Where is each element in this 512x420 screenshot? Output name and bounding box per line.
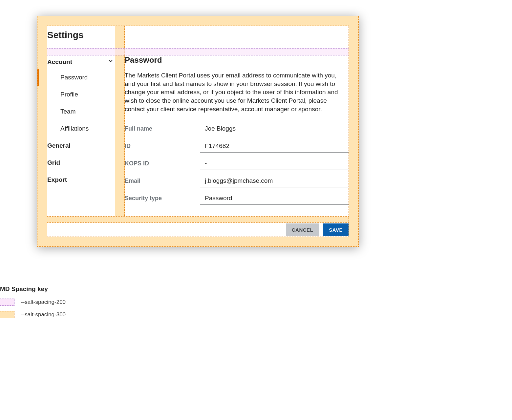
sidebar-item-label: Affiliations xyxy=(60,125,89,132)
content-description: The Markets Client Portal uses your emai… xyxy=(125,71,349,113)
content-heading: Password xyxy=(125,26,349,65)
field-label: Full name xyxy=(125,125,200,132)
sidebar-item-label: Password xyxy=(60,74,88,81)
legend-swatch-orange xyxy=(0,311,14,318)
chevron-down-icon xyxy=(108,58,114,66)
form-row-kops-id: KOPS ID - xyxy=(125,157,349,170)
sidebar-item-label: Grid xyxy=(47,159,60,166)
sidebar-item-label: General xyxy=(47,142,71,149)
save-button[interactable]: SAVE xyxy=(323,223,349,236)
sidebar-nav: Account Password Profile Team Affiliatio… xyxy=(47,55,115,188)
legend-row-200: --salt-spacing-200 xyxy=(0,299,66,306)
legend-label: --salt-spacing-300 xyxy=(21,311,66,318)
page-title: Settings xyxy=(47,26,115,43)
sidebar-item-label: Profile xyxy=(60,91,78,98)
legend-label: --salt-spacing-200 xyxy=(21,299,66,305)
sidebar-group-account[interactable]: Account xyxy=(47,55,115,69)
sidebar-group-label: Account xyxy=(47,58,72,66)
sidebar-item-label: Team xyxy=(60,108,75,115)
dialog-footer: CANCEL SAVE xyxy=(47,222,349,237)
kops-id-field[interactable]: - xyxy=(200,157,349,170)
spacing-300-row xyxy=(47,217,349,222)
spacing-legend: MD Spacing key --salt-spacing-200 --salt… xyxy=(0,285,66,324)
legend-swatch-pink xyxy=(0,299,14,306)
full-name-field[interactable]: Joe Bloggs xyxy=(200,122,349,135)
cancel-button[interactable]: CANCEL xyxy=(286,223,319,236)
form-row-security-type: Security type Password xyxy=(125,192,349,205)
field-label: Email xyxy=(125,178,200,184)
email-field[interactable]: j.bloggs@jpmchase.com xyxy=(200,175,349,187)
form-row-full-name: Full name Joe Bloggs xyxy=(125,122,349,135)
form-row-id: ID F174682 xyxy=(125,140,349,153)
sidebar-item-password[interactable]: Password xyxy=(47,69,115,86)
sidebar-item-team[interactable]: Team xyxy=(47,103,115,120)
sidebar-item-grid[interactable]: Grid xyxy=(47,154,115,171)
field-label: ID xyxy=(125,143,200,150)
sidebar-item-export[interactable]: Export xyxy=(47,171,115,188)
sidebar-item-profile[interactable]: Profile xyxy=(47,86,115,103)
sidebar-item-general[interactable]: General xyxy=(47,137,115,154)
legend-title: MD Spacing key xyxy=(0,285,66,293)
legend-row-300: --salt-spacing-300 xyxy=(0,311,66,318)
sidebar-item-affiliations[interactable]: Affiliations xyxy=(47,120,115,137)
field-label: Security type xyxy=(125,195,200,202)
field-label: KOPS ID xyxy=(125,160,200,167)
security-type-field[interactable]: Password xyxy=(200,192,349,205)
spacing-200-band xyxy=(47,48,349,55)
sidebar-item-label: Export xyxy=(47,176,67,183)
form-row-email: Email j.bloggs@jpmchase.com xyxy=(125,175,349,187)
dialog-inner: Settings Account Password Profile Team xyxy=(47,26,349,217)
id-field[interactable]: F174682 xyxy=(200,140,349,153)
settings-dialog: Settings Account Password Profile Team xyxy=(37,16,359,247)
